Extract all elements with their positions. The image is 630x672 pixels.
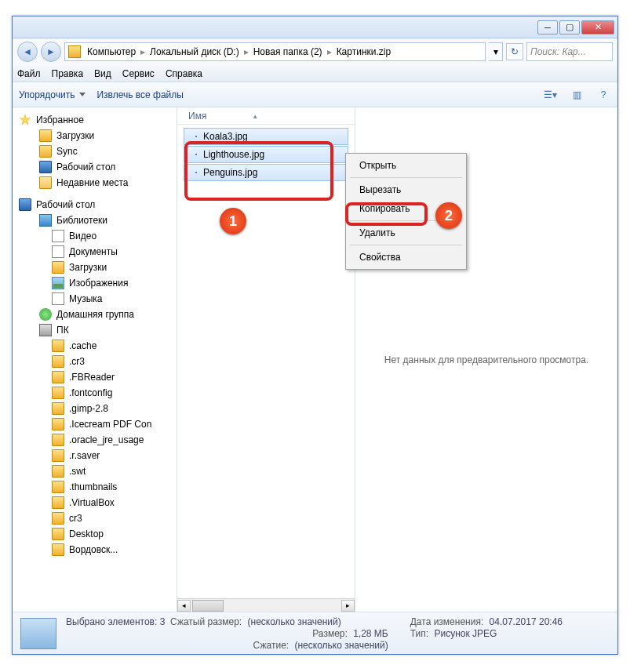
sidebar-item-folder[interactable]: .VirtualBox [13, 495, 177, 510]
monitor-icon [19, 198, 31, 211]
homegroup-icon [39, 308, 52, 321]
sidebar-item-downloads[interactable]: Загрузки [13, 260, 177, 275]
scroll-right-button[interactable]: ▸ [341, 600, 355, 612]
video-icon [52, 230, 64, 242]
folder-icon [52, 449, 64, 462]
breadcrumb-seg[interactable]: Новая папка (2) [249, 46, 327, 57]
sidebar-item-folder[interactable]: .thumbnails [13, 479, 177, 495]
status-selected: Выбрано элементов: 3 [66, 616, 165, 627]
sidebar-item-pictures[interactable]: Изображения [13, 275, 177, 291]
folder-icon [68, 45, 81, 58]
back-button[interactable]: ◄ [17, 42, 38, 62]
folder-icon [52, 355, 64, 368]
sidebar-item-documents[interactable]: Документы [13, 244, 177, 260]
sidebar-item-music[interactable]: Музыка [13, 291, 177, 307]
search-input[interactable]: Поиск: Кар... [526, 42, 613, 61]
file-list-pane: Имя▴ Koala3.jpg Lighthouse.jpg Penguins.… [177, 107, 355, 612]
folder-icon [52, 387, 64, 399]
sidebar-item-video[interactable]: Видео [13, 228, 177, 244]
music-icon [52, 292, 64, 305]
breadcrumb-dropdown[interactable]: ▾ [489, 42, 503, 61]
help-button[interactable]: ? [595, 87, 611, 103]
chevron-down-icon [79, 93, 86, 96]
folder-icon [52, 402, 64, 415]
column-header-name[interactable]: Имя▴ [177, 107, 355, 125]
menu-tools[interactable]: Сервис [122, 68, 155, 79]
image-icon [195, 172, 197, 173]
sidebar-homegroup[interactable]: Домашняя группа [13, 307, 177, 322]
file-row[interactable]: Lighthouse.jpg [184, 146, 348, 163]
sidebar-item-recent[interactable]: Недавние места [13, 175, 177, 191]
monitor-icon [39, 161, 52, 173]
menubar: Файл Правка Вид Сервис Справка [13, 65, 617, 82]
nav-toolbar: ◄ ► Компьютер▸ Локальный диск (D:)▸ Нова… [13, 38, 617, 65]
folder-icon [39, 129, 52, 142]
sidebar-pc[interactable]: ПК [13, 322, 177, 338]
search-placeholder: Поиск: Кар... [530, 46, 586, 57]
sidebar-item-folder[interactable]: .gimp-2.8 [13, 401, 177, 416]
file-list[interactable]: Koala3.jpg Lighthouse.jpg Penguins.jpg [177, 125, 355, 185]
menu-view[interactable]: Вид [94, 68, 111, 79]
sidebar-item-downloads[interactable]: Загрузки [13, 128, 177, 143]
sidebar-favorites[interactable]: Избранное [13, 112, 177, 128]
breadcrumb-seg[interactable]: Картинки.zip [332, 46, 396, 57]
star-icon [19, 114, 31, 126]
sidebar-item-folder[interactable]: .cache [13, 338, 177, 354]
sidebar-item-folder[interactable]: .FBReader [13, 369, 177, 385]
file-row[interactable]: Koala3.jpg [184, 128, 348, 145]
status-thumbnail [20, 618, 56, 649]
breadcrumb[interactable]: Компьютер▸ Локальный диск (D:)▸ Новая па… [64, 42, 486, 61]
sidebar-item-folder[interactable]: .Icecream PDF Con [13, 416, 177, 432]
refresh-button[interactable]: ↻ [506, 43, 523, 60]
folder-icon [52, 465, 64, 478]
library-icon [39, 214, 52, 227]
folder-icon [52, 496, 64, 509]
menu-edit[interactable]: Правка [52, 68, 84, 79]
sidebar-item-folder[interactable]: cr3 [13, 510, 177, 526]
image-icon [195, 136, 197, 137]
context-properties[interactable]: Свойства [348, 248, 464, 267]
sidebar-item-sync[interactable]: Sync [13, 143, 177, 159]
document-icon [52, 245, 64, 258]
menu-help[interactable]: Справка [166, 68, 202, 79]
menu-file[interactable]: Файл [17, 68, 41, 79]
folder-icon [52, 512, 64, 525]
organize-button[interactable]: Упорядочить [19, 89, 86, 100]
context-cut[interactable]: Вырезать [348, 180, 464, 199]
sidebar-item-folder[interactable]: .swt [13, 463, 177, 479]
sidebar-item-desktop[interactable]: Рабочий стол [13, 159, 177, 175]
sort-arrow-icon: ▴ [253, 112, 257, 120]
breadcrumb-seg[interactable]: Компьютер [82, 46, 140, 57]
separator [350, 245, 462, 245]
picture-icon [52, 277, 64, 289]
close-button[interactable]: ✕ [581, 20, 614, 35]
file-row[interactable]: Penguins.jpg [184, 164, 348, 181]
statusbar: Выбрано элементов: 3 Сжатый размер: (нес… [13, 612, 617, 654]
forward-button[interactable]: ► [41, 42, 61, 62]
minimize-button[interactable]: ─ [537, 20, 558, 35]
scrollbar-thumb[interactable] [192, 600, 224, 612]
sidebar-desktop[interactable]: Рабочий стол [13, 197, 177, 212]
navigation-sidebar[interactable]: Избранное Загрузки Sync Рабочий стол Нед… [13, 107, 177, 612]
sidebar-item-folder[interactable]: .fontconfig [13, 385, 177, 401]
folder-icon [52, 481, 64, 493]
pc-icon [39, 324, 52, 336]
sidebar-item-folder[interactable]: Desktop [13, 526, 177, 542]
breadcrumb-seg[interactable]: Локальный диск (D:) [145, 46, 244, 57]
maximize-button[interactable]: ▢ [559, 20, 580, 35]
scroll-left-button[interactable]: ◂ [177, 600, 191, 612]
folder-icon [52, 371, 64, 383]
sidebar-item-folder[interactable]: Вордовск... [13, 542, 177, 558]
sidebar-item-folder[interactable]: .cr3 [13, 354, 177, 369]
sidebar-item-folder[interactable]: .oracle_jre_usage [13, 432, 177, 448]
context-open[interactable]: Открыть [348, 156, 464, 175]
annotation-marker-1: 1 [220, 208, 246, 234]
preview-pane-button[interactable]: ▥ [569, 87, 584, 103]
horizontal-scrollbar[interactable]: ◂ ▸ [177, 598, 355, 612]
folder-icon [52, 418, 64, 430]
sidebar-item-folder[interactable]: .r.saver [13, 448, 177, 463]
extract-all-button[interactable]: Извлечь все файлы [97, 89, 183, 100]
view-options-button[interactable]: ☰▾ [542, 87, 558, 103]
explorer-window: ─ ▢ ✕ ◄ ► Компьютер▸ Локальный диск (D:)… [12, 16, 618, 655]
sidebar-libraries[interactable]: Библиотеки [13, 212, 177, 228]
